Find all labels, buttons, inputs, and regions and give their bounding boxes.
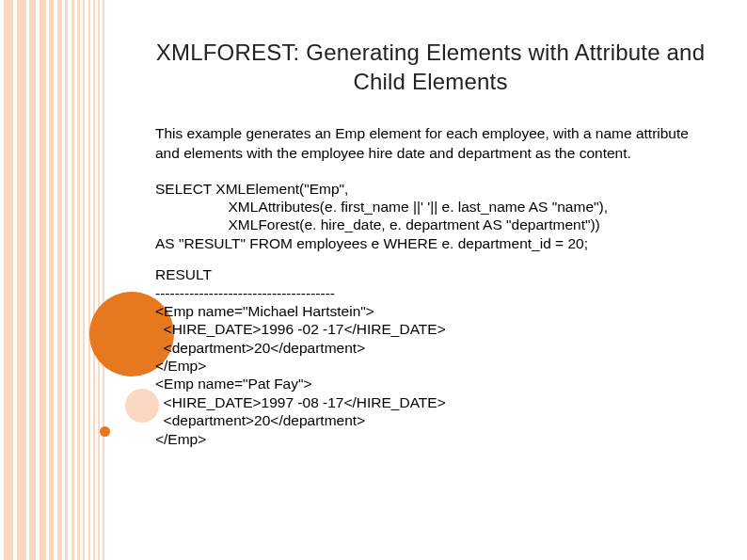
slide-content: XMLFOREST: Generating Elements with Attr…	[155, 38, 706, 448]
decorative-circle-small	[100, 426, 110, 437]
sql-code-block: SELECT XMLElement("Emp", XMLAttributes(e…	[155, 180, 706, 253]
description-text: This example generates an Emp element fo…	[155, 124, 706, 162]
slide-title: XMLFOREST: Generating Elements with Attr…	[155, 38, 706, 96]
decorative-stripes	[0, 0, 132, 560]
decorative-circle-medium	[125, 389, 159, 423]
result-output: RESULT ---------------------------------…	[155, 265, 706, 448]
